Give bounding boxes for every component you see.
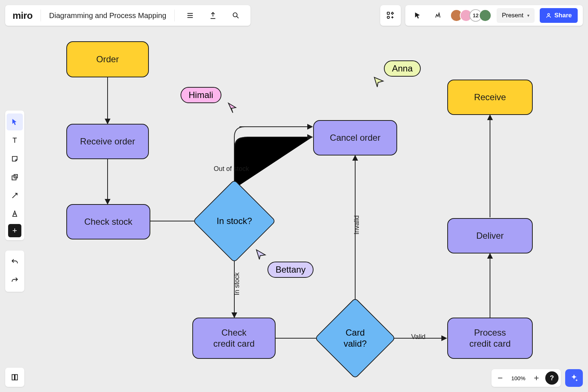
node-receive-order[interactable]: Receive order [66, 124, 149, 159]
svg-point-0 [233, 13, 237, 17]
node-check-stock[interactable]: Check stock [66, 204, 150, 239]
cursor-label-anna: Anna [384, 60, 421, 77]
collab-panel: 12 Present ▾ Share [405, 5, 583, 26]
cursor-icon [256, 249, 267, 260]
node-card-valid-q-label: Card valid? [344, 327, 367, 349]
svg-rect-1 [387, 12, 389, 14]
svg-point-2 [387, 16, 389, 18]
svg-point-3 [547, 14, 549, 15]
edge-label-in-stock: In stock [233, 272, 241, 295]
zoom-in-button[interactable]: + [530, 371, 543, 385]
cursor-label-himali: Himali [181, 87, 221, 103]
tool-sticky[interactable] [7, 150, 23, 167]
svg-rect-7 [15, 375, 17, 380]
tool-shape[interactable] [7, 169, 23, 186]
share-label: Share [554, 12, 572, 19]
node-cancel-order[interactable]: Cancel order [313, 120, 397, 155]
node-receive[interactable]: Receive [447, 80, 533, 115]
app-logo[interactable]: miro [13, 10, 32, 21]
divider [174, 10, 175, 21]
tool-text[interactable] [7, 132, 23, 149]
cursor-follow-icon[interactable] [410, 8, 425, 23]
node-process-cc[interactable]: Process credit card [447, 318, 533, 359]
avatar[interactable] [479, 9, 491, 22]
node-deliver[interactable]: Deliver [447, 218, 533, 253]
zoom-panel: − 100% + ? [491, 369, 561, 387]
node-card-valid-q[interactable]: Card valid? [326, 309, 384, 367]
cursor-icon [228, 102, 239, 113]
reactions-icon[interactable] [430, 8, 445, 23]
node-in-stock-q[interactable]: In stock? [205, 192, 264, 251]
apps-button[interactable] [380, 5, 401, 26]
tool-pen[interactable] [7, 206, 23, 223]
board-title[interactable]: Diagramming and Process Mapping [49, 11, 166, 20]
svg-rect-6 [12, 375, 14, 380]
undo-redo-panel [5, 251, 24, 292]
present-button[interactable]: Present ▾ [497, 8, 535, 23]
cursor-icon [374, 77, 385, 88]
bottom-right-controls: − 100% + ? [491, 369, 583, 387]
node-in-stock-q-label: In stock? [217, 216, 252, 227]
chevron-down-icon: ▾ [527, 13, 529, 18]
divider [41, 10, 41, 21]
zoom-level[interactable]: 100% [509, 375, 528, 381]
zoom-out-button[interactable]: − [494, 371, 507, 385]
share-button[interactable]: Share [540, 8, 578, 23]
hamburger-icon[interactable] [183, 8, 197, 23]
cursor-label-bettany: Bettany [267, 262, 314, 278]
left-toolbar: + [5, 111, 24, 240]
tool-arrow[interactable] [7, 187, 23, 204]
frames-panel-button[interactable] [5, 368, 24, 387]
node-check-cc[interactable]: Check credit card [192, 318, 276, 359]
node-order[interactable]: Order [66, 41, 149, 77]
edge-label-valid: Valid [411, 333, 426, 341]
avatar-stack[interactable]: 12 [450, 9, 491, 22]
help-button[interactable]: ? [545, 371, 559, 385]
canvas[interactable]: Out of stock In stock Invalid Valid Orde… [0, 0, 588, 392]
export-icon[interactable] [206, 8, 220, 23]
board-header: miro Diagramming and Process Mapping [5, 5, 251, 26]
tool-add[interactable]: + [8, 224, 21, 237]
ai-assist-button[interactable] [565, 369, 583, 387]
redo-button[interactable] [7, 272, 23, 289]
tool-select[interactable] [7, 113, 23, 130]
edge-label-out-of-stock: Out of stock [214, 165, 249, 173]
edge-label-invalid: Invalid [353, 215, 361, 234]
present-label: Present [502, 12, 524, 19]
search-icon[interactable] [228, 8, 243, 23]
undo-button[interactable] [7, 253, 23, 270]
